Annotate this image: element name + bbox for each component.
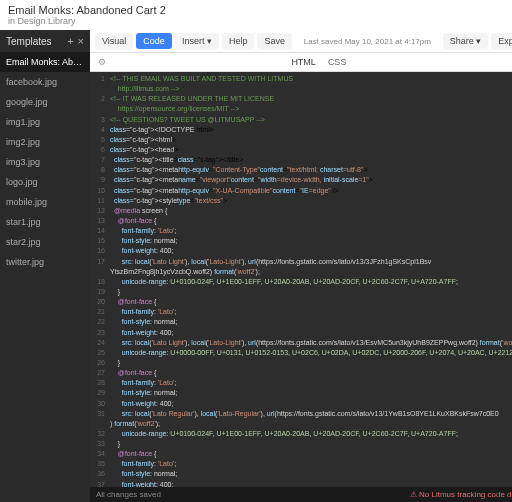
- code-line[interactable]: 9 class="c-tag"><meta name="viewport" co…: [90, 175, 512, 185]
- close-icon[interactable]: ×: [78, 35, 84, 47]
- save-button[interactable]: Save: [257, 33, 292, 49]
- gear-icon[interactable]: ⚙: [90, 53, 114, 71]
- last-saved-text: Last saved May 10, 2021 at 4:17pm: [295, 37, 440, 46]
- code-line[interactable]: 36 font-style: normal;: [90, 469, 512, 479]
- sidebar-header: Templates + ×: [0, 30, 90, 52]
- code-line[interactable]: 32 unicode-range: U+0100-024F, U+1E00-1E…: [90, 429, 512, 439]
- code-line[interactable]: 28 font-family: 'Lato';: [90, 378, 512, 388]
- code-line[interactable]: 21 font-family: 'Lato';: [90, 307, 512, 317]
- code-line[interactable]: YtszBm2Fng8jh1ycVzcbQ.woff2) format('wof…: [90, 267, 512, 277]
- export-button[interactable]: Export ▾: [491, 33, 512, 49]
- code-line[interactable]: https://opensource.org/licenses/MIT -->: [90, 104, 512, 114]
- code-line[interactable]: 26 }: [90, 358, 512, 368]
- sidebar-item[interactable]: img3.jpg: [0, 152, 90, 172]
- code-editor[interactable]: 1<!-- THIS EMAIL WAS BUILT AND TESTED WI…: [90, 72, 512, 487]
- code-button[interactable]: Code: [136, 33, 172, 49]
- code-line[interactable]: 22 font-style: normal;: [90, 317, 512, 327]
- code-line[interactable]: 15 font-style: normal;: [90, 236, 512, 246]
- code-line[interactable]: 8 class="c-tag"><meta http-equiv="Conten…: [90, 165, 512, 175]
- code-line[interactable]: 35 font-family: 'Lato';: [90, 459, 512, 469]
- sidebar-item[interactable]: twitter.jpg: [0, 252, 90, 272]
- sidebar-item[interactable]: google.jpg: [0, 92, 90, 112]
- code-line[interactable]: 20 @font-face {: [90, 297, 512, 307]
- status-saved: All changes saved: [96, 490, 161, 499]
- code-line[interactable]: 4class="c-tag"><!DOCTYPE html>: [90, 125, 512, 135]
- tab-html[interactable]: HTML: [291, 53, 316, 71]
- sidebar-item[interactable]: mobile.jpg: [0, 192, 90, 212]
- code-line[interactable]: 18 unicode-range: U+0100-024F, U+1E00-1E…: [90, 277, 512, 287]
- code-line[interactable]: 10 class="c-tag"><meta http-equiv="X-UA-…: [90, 186, 512, 196]
- toolbar: Visual Code Insert ▾ Help Save Last save…: [90, 30, 512, 53]
- code-line[interactable]: 29 font-style: normal;: [90, 388, 512, 398]
- sidebar-item[interactable]: img1.jpg: [0, 112, 90, 132]
- code-line[interactable]: 7 class="c-tag"><title>class="c-tag"></t…: [90, 155, 512, 165]
- code-line[interactable]: 11 class="c-tag"><style type="text/css">: [90, 196, 512, 206]
- code-line[interactable]: 24 src: local('Lato Light'), local('Lato…: [90, 338, 512, 348]
- sidebar-item[interactable]: star2.jpg: [0, 232, 90, 252]
- code-line[interactable]: 2<!-- IT WAS RELEASED UNDER THE MIT LICE…: [90, 94, 512, 104]
- code-line[interactable]: 19 }: [90, 287, 512, 297]
- page-title: Email Monks: Abandoned Cart 2: [8, 4, 504, 16]
- code-line[interactable]: 1<!-- THIS EMAIL WAS BUILT AND TESTED WI…: [90, 74, 512, 84]
- code-line[interactable]: 33 }: [90, 439, 512, 449]
- code-line[interactable]: 3<!-- QUESTIONS? TWEET US @LITMUSAPP -->: [90, 115, 512, 125]
- sidebar-item[interactable]: logo.jpg: [0, 172, 90, 192]
- page-header: Email Monks: Abandoned Cart 2 in Design …: [0, 0, 512, 30]
- code-line[interactable]: 16 font-weight: 400;: [90, 246, 512, 256]
- visual-button[interactable]: Visual: [95, 33, 133, 49]
- code-line[interactable]: 5class="c-tag"><html>: [90, 135, 512, 145]
- share-button[interactable]: Share ▾: [443, 33, 489, 49]
- code-line[interactable]: ) format('woff2');: [90, 419, 512, 429]
- page-breadcrumb[interactable]: in Design Library: [8, 16, 504, 26]
- code-line[interactable]: 14 font-family: 'Lato';: [90, 226, 512, 236]
- sidebar: Templates + × Email Monks: Abandoned ...…: [0, 30, 90, 502]
- main: Templates + × Email Monks: Abandoned ...…: [0, 30, 512, 502]
- status-bar: All changes saved ⚠ No Litmus tracking c…: [90, 487, 512, 502]
- sidebar-item[interactable]: img2.jpg: [0, 132, 90, 152]
- sidebar-active-item[interactable]: Email Monks: Abandoned ...: [0, 52, 90, 72]
- code-line[interactable]: 23 font-weight: 400;: [90, 328, 512, 338]
- code-line[interactable]: http://litmus.com -->: [90, 84, 512, 94]
- sidebar-item[interactable]: facebook.jpg: [0, 72, 90, 92]
- add-icon[interactable]: +: [67, 35, 73, 47]
- code-line[interactable]: 30 font-weight: 400;: [90, 399, 512, 409]
- code-line[interactable]: 27 @font-face {: [90, 368, 512, 378]
- code-line[interactable]: 12 @media screen {: [90, 206, 512, 216]
- code-line[interactable]: 6class="c-tag"><head>: [90, 145, 512, 155]
- sidebar-title: Templates: [6, 36, 52, 47]
- code-line[interactable]: 13 @font-face {: [90, 216, 512, 226]
- editor-tabbar: ⚙ HTML CSS: [90, 53, 512, 72]
- sidebar-list: facebook.jpggoogle.jpgimg1.jpgimg2.jpgim…: [0, 72, 90, 502]
- status-warning[interactable]: ⚠ No Litmus tracking code detected: [410, 490, 512, 499]
- code-line[interactable]: 25 unicode-range: U+0000-00FF, U+0131, U…: [90, 348, 512, 358]
- code-line[interactable]: 31 src: local('Lato Regular'), local('La…: [90, 409, 512, 419]
- code-line[interactable]: 34 @font-face {: [90, 449, 512, 459]
- code-line[interactable]: 17 src: local('Lato Light'), local('Lato…: [90, 257, 512, 267]
- editor-pane: Visual Code Insert ▾ Help Save Last save…: [90, 30, 512, 502]
- sidebar-item[interactable]: star1.jpg: [0, 212, 90, 232]
- insert-button[interactable]: Insert ▾: [175, 33, 219, 49]
- help-button[interactable]: Help: [222, 33, 255, 49]
- tab-css[interactable]: CSS: [328, 53, 347, 71]
- code-line[interactable]: 37 font-weight: 400;: [90, 480, 512, 487]
